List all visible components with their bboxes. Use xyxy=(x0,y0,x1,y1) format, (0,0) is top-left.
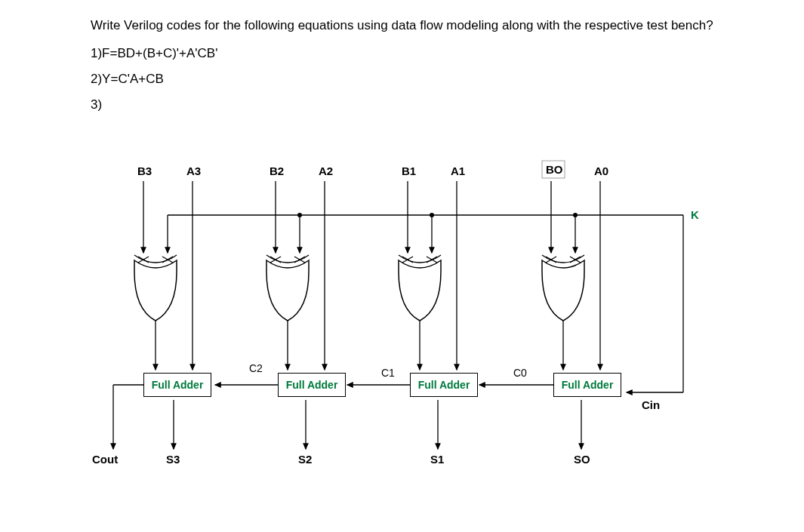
svg-point-16 xyxy=(297,213,302,217)
label-s3: S3 xyxy=(166,453,180,466)
equation-1: 1)F=BD+(B+C)'+A'CB' xyxy=(91,46,713,61)
label-b3: B3 xyxy=(137,165,152,177)
label-a0: A0 xyxy=(594,165,608,177)
label-s2: S2 xyxy=(298,453,312,466)
label-a3: A3 xyxy=(186,165,201,177)
label-a1: A1 xyxy=(451,165,465,177)
circuit-svg xyxy=(91,158,717,513)
label-c0: C0 xyxy=(513,367,527,379)
question-prompt: Write Verilog codes for the following eq… xyxy=(91,15,713,35)
label-c2: C2 xyxy=(249,362,263,374)
label-a2: A2 xyxy=(319,165,333,177)
full-adder-2: Full Adder xyxy=(278,373,346,397)
full-adder-3: Full Adder xyxy=(143,373,211,397)
full-adder-1: Full Adder xyxy=(410,373,478,397)
equation-3: 3) xyxy=(91,97,713,112)
label-b1: B1 xyxy=(402,165,416,177)
label-k: K xyxy=(691,208,699,221)
equation-2: 2)Y=C'A+CB xyxy=(91,72,713,87)
label-s0: SO xyxy=(574,453,590,466)
label-b0: BO xyxy=(546,163,563,176)
circuit-diagram: B3 A3 B2 A2 B1 A1 BO A0 K Full Adder Ful… xyxy=(91,158,717,513)
label-cout: Cout xyxy=(92,453,118,466)
label-c1: C1 xyxy=(381,367,395,379)
svg-point-38 xyxy=(573,213,578,217)
full-adder-0: Full Adder xyxy=(553,373,621,397)
label-b2: B2 xyxy=(270,165,284,177)
svg-point-27 xyxy=(430,213,434,217)
label-cin: Cin xyxy=(642,398,660,411)
label-s1: S1 xyxy=(430,453,444,466)
